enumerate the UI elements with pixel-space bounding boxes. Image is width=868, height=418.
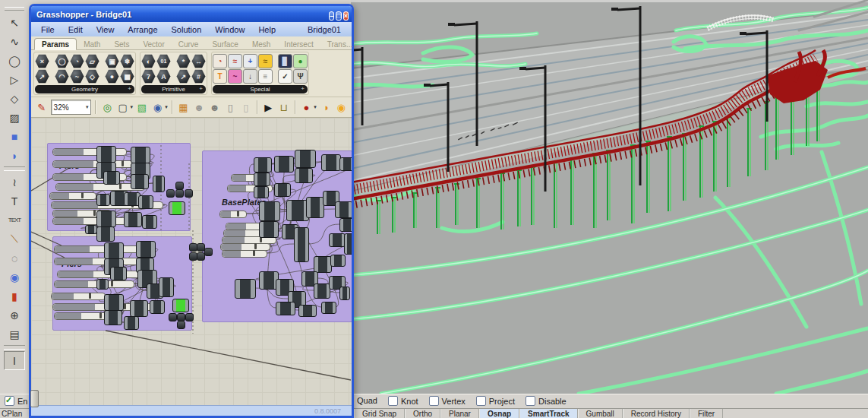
plane-param-icon[interactable]: ▱: [85, 54, 99, 68]
gh-component[interactable]: [294, 227, 309, 262]
pipe-icon[interactable]: T: [213, 69, 227, 84]
gh-component-selected[interactable]: [169, 201, 185, 215]
matrix-param-icon[interactable]: #: [191, 69, 206, 84]
frame-view-caret-icon[interactable]: ▾: [130, 104, 133, 110]
gh-component[interactable]: [110, 267, 127, 280]
checkbox-box[interactable]: [429, 396, 439, 406]
tab-params[interactable]: Params: [34, 38, 77, 50]
gh-component[interactable]: [339, 287, 350, 300]
close-button[interactable]: ×: [343, 11, 349, 21]
gh-component[interactable]: [85, 225, 97, 234]
panel-label-special[interactable]: Special+: [213, 85, 308, 93]
curve-tools-icon[interactable]: ∿: [4, 32, 25, 51]
number-slider[interactable]: [49, 192, 96, 200]
gh-component[interactable]: [295, 168, 313, 183]
null-param-icon[interactable]: ◐: [141, 54, 156, 68]
rhino-viewport[interactable]: [351, 0, 868, 394]
gh-param-node[interactable]: [204, 248, 213, 256]
menu-arrange[interactable]: Arrange: [121, 24, 164, 35]
gh-component[interactable]: [104, 310, 122, 325]
tab-sets[interactable]: Sets: [107, 39, 136, 49]
geometry-cache-icon[interactable]: ❄: [120, 54, 134, 68]
sweep-broom-icon[interactable]: ⟍: [4, 230, 25, 249]
bake-box-icon[interactable]: ▦: [177, 100, 191, 115]
pane-grid-snap[interactable]: Grid Snap: [354, 409, 405, 418]
gh-component[interactable]: [96, 226, 115, 242]
gh-param-node[interactable]: [166, 189, 175, 198]
checkbox-box[interactable]: [476, 396, 486, 406]
gh-component[interactable]: [131, 147, 150, 163]
tab-math[interactable]: Math: [77, 39, 107, 49]
map-display-icon[interactable]: ▧: [135, 100, 149, 115]
number-slider[interactable]: [51, 293, 106, 300]
circle-tools-icon[interactable]: ◯: [4, 51, 25, 70]
data-tree-icon[interactable]: Ψ: [293, 69, 308, 84]
panel-icon[interactable]: ≡: [258, 69, 273, 84]
solver-play-icon[interactable]: ▶: [262, 100, 276, 115]
gh-component[interactable]: [254, 157, 272, 173]
text-tool-icon[interactable]: T: [4, 192, 25, 211]
preview-off-icon[interactable]: ●: [300, 100, 314, 115]
cluster-icon[interactable]: ●: [293, 54, 308, 68]
path-mapper-icon[interactable]: ~: [228, 69, 242, 84]
print-tool-icon[interactable]: ▤: [4, 325, 25, 344]
mesh-param-icon[interactable]: ▦: [120, 69, 134, 84]
menu-solution[interactable]: Solution: [165, 24, 209, 35]
text-param-icon[interactable]: A: [156, 69, 171, 84]
number-slider[interactable]: [54, 245, 139, 253]
pane-gumball[interactable]: Gumball: [578, 409, 623, 418]
box-param-icon[interactable]: ▣: [105, 54, 119, 68]
sketch-pen-icon[interactable]: ✎: [35, 100, 49, 115]
menu-view[interactable]: View: [90, 24, 122, 35]
preview-off-caret-icon[interactable]: ▾: [314, 104, 317, 110]
block-tool-icon[interactable]: ▮: [4, 287, 25, 306]
menu-file[interactable]: File: [34, 24, 62, 35]
gh-component[interactable]: [104, 242, 124, 259]
panel-label-geometry[interactable]: Geometry+: [35, 85, 134, 93]
pane-planar[interactable]: Planar: [440, 409, 479, 418]
gh-component[interactable]: [138, 195, 153, 209]
point-oracle-icon[interactable]: +: [243, 54, 257, 68]
gh-canvas[interactable]: PiersPiersBasePlates: [31, 118, 352, 405]
geometry-pick-icon[interactable]: ×: [35, 54, 49, 68]
minimize-button[interactable]: –: [329, 11, 334, 21]
solid-box-icon[interactable]: ■: [4, 127, 25, 146]
gh-component[interactable]: [130, 300, 148, 317]
ruler-icon[interactable]: ↓: [243, 69, 257, 84]
checkbox-project[interactable]: Project: [476, 396, 515, 406]
gh-component[interactable]: [96, 194, 110, 206]
enable-checkbox[interactable]: En: [5, 396, 27, 406]
gh-component[interactable]: [96, 279, 109, 290]
gh-component[interactable]: [335, 201, 352, 218]
lasso-select-icon[interactable]: ◌: [4, 249, 25, 268]
checkbox-box[interactable]: [388, 396, 398, 406]
integer-param-icon[interactable]: 7: [141, 69, 156, 84]
solver-lock-open-icon[interactable]: ⊔: [277, 100, 291, 115]
gh-component[interactable]: [314, 256, 332, 273]
gh-component[interactable]: [339, 218, 352, 232]
sphere-param-icon[interactable]: ●: [105, 69, 119, 84]
gh-component[interactable]: [276, 302, 295, 315]
number-slider[interactable]: [219, 211, 247, 218]
panel-expand-icon[interactable]: +: [128, 85, 131, 92]
gh-component[interactable]: [96, 211, 116, 227]
gh-param-node[interactable]: [175, 182, 184, 190]
curve-edit-icon[interactable]: ≀: [4, 173, 25, 192]
gh-component[interactable]: [259, 221, 279, 238]
document-1-icon[interactable]: ▯: [223, 100, 237, 115]
gh-component[interactable]: [321, 154, 341, 171]
checkbox-disable[interactable]: Disable: [526, 396, 567, 406]
gh-component-selected[interactable]: [172, 299, 189, 312]
gh-component[interactable]: [136, 241, 156, 258]
menu-window[interactable]: Window: [208, 24, 251, 35]
gh-component[interactable]: [124, 212, 142, 227]
gh-component[interactable]: [159, 277, 174, 297]
gh-component[interactable]: [104, 294, 124, 311]
graph-mapper-icon[interactable]: ≈: [258, 54, 273, 68]
gh-param-node[interactable]: [185, 313, 194, 321]
gh-component[interactable]: [339, 157, 352, 171]
menu-edit[interactable]: Edit: [62, 24, 90, 35]
gh-component[interactable]: [150, 300, 165, 314]
grasshopper-titlebar[interactable]: Grasshopper - Bridge01 –□×: [31, 6, 352, 22]
number-slider[interactable]: [57, 271, 144, 278]
